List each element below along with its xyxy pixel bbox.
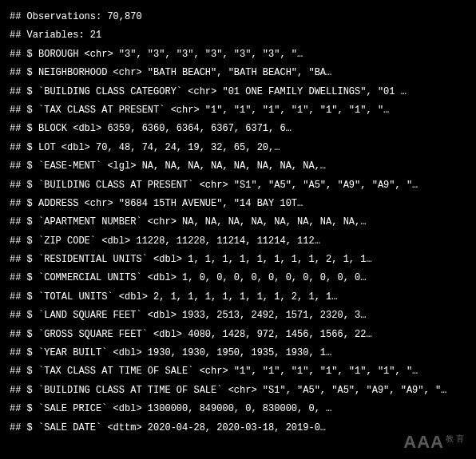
- column-line: ## $ `TAX CLASS AT PRESENT` <chr> "1", "…: [10, 101, 466, 120]
- column-line: ## $ `SALE PRICE` <dbl> 1300000, 849000,…: [10, 400, 466, 418]
- column-line: ## $ `EASE-MENT` <lgl> NA, NA, NA, NA, N…: [10, 157, 466, 176]
- column-line: ## $ `TAX CLASS AT TIME OF SALE` <chr> "…: [10, 362, 466, 381]
- column-line: ## $ `LAND SQUARE FEET` <dbl> 1933, 2513…: [10, 307, 466, 325]
- watermark-main: AAA: [403, 432, 444, 452]
- r-glimpse-output: ## Observations: 70,870 ## Variables: 21…: [0, 0, 476, 445]
- column-line: ## $ `BUILDING CLASS AT PRESENT` <chr> "…: [10, 176, 466, 195]
- column-line: ## $ `ZIP CODE` <dbl> 11228, 11228, 1121…: [10, 232, 466, 251]
- columns-list: ## $ BOROUGH <chr> "3", "3", "3", "3", "…: [10, 46, 466, 437]
- watermark-logo: AAA教育: [403, 432, 466, 453]
- column-line: ## $ `SALE DATE` <dttm> 2020-04-28, 2020…: [10, 419, 466, 437]
- column-line: ## $ BOROUGH <chr> "3", "3", "3", "3", "…: [10, 46, 466, 64]
- column-line: ## $ `APARTMENT NUMBER` <chr> NA, NA, NA…: [10, 213, 466, 231]
- watermark-sub: 教育: [446, 434, 466, 443]
- column-line: ## $ `BUILDING CLASS AT TIME OF SALE` <c…: [10, 382, 466, 400]
- column-line: ## $ BLOCK <dbl> 6359, 6360, 6364, 6367,…: [10, 120, 466, 138]
- column-line: ## $ `COMMERCIAL UNITS` <dbl> 1, 0, 0, 0…: [10, 269, 466, 287]
- column-line: ## $ ADDRESS <chr> "8684 15TH AVENUE", "…: [10, 195, 466, 213]
- column-line: ## $ `TOTAL UNITS` <dbl> 2, 1, 1, 1, 1, …: [10, 288, 466, 307]
- column-line: ## $ `RESIDENTIAL UNITS` <dbl> 1, 1, 1, …: [10, 251, 466, 269]
- column-line: ## $ `GROSS SQUARE FEET` <dbl> 4080, 142…: [10, 326, 466, 344]
- column-line: ## $ `YEAR BUILT` <dbl> 1930, 1930, 1950…: [10, 344, 466, 362]
- observations-line: ## Observations: 70,870: [10, 8, 466, 26]
- column-line: ## $ LOT <dbl> 70, 48, 74, 24, 19, 32, 6…: [10, 139, 466, 157]
- variables-line: ## Variables: 21: [10, 26, 466, 45]
- column-line: ## $ `BUILDING CLASS CATEGORY` <chr> "01…: [10, 83, 466, 101]
- column-line: ## $ NEIGHBORHOOD <chr> "BATH BEACH", "B…: [10, 64, 466, 82]
